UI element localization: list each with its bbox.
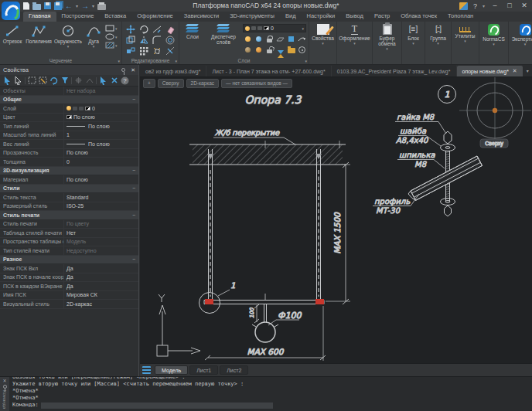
property-value[interactable]: По слою (63, 149, 138, 158)
property-value[interactable]: Да (63, 282, 138, 290)
property-row[interactable]: ПрозрачностьПо слою (0, 149, 138, 158)
property-row[interactable]: Знак ПСК в начале коор...Да (0, 273, 138, 283)
arc-dropdown-icon[interactable]: ▾ (93, 45, 95, 48)
property-value[interactable]: 0 (63, 158, 138, 166)
help-dropdown-icon[interactable]: ▾ (483, 2, 485, 10)
property-row[interactable]: МатериалПо слою (0, 175, 138, 185)
circle-dropdown-icon[interactable]: ▾ (67, 45, 70, 48)
group-expand-icon[interactable]: ▾ (305, 59, 307, 63)
property-value[interactable]: Standard (63, 193, 138, 202)
view-direction-button[interactable]: Сверху (158, 79, 184, 88)
property-value[interactable]: Недоступно (63, 246, 138, 255)
property-section-header[interactable]: Общие− (0, 96, 138, 105)
property-section-header[interactable]: Разное− (0, 256, 138, 265)
array-icon[interactable] (138, 46, 150, 56)
select-window-icon[interactable] (28, 76, 36, 85)
filter-icon[interactable] (60, 76, 69, 85)
document-tab[interactable]: опоры новые.dwg*✕ (457, 66, 523, 76)
sheet-list-icon[interactable] (142, 366, 151, 374)
layer-folder-icon[interactable] (286, 45, 296, 55)
normacs-group-button[interactable]: NormaCS ▾ (479, 22, 509, 64)
property-value[interactable]: Да (63, 264, 138, 273)
property-value[interactable]: 2D-каркас (63, 300, 138, 308)
property-row[interactable]: ПСК в каждом ВЭкранеДа (0, 282, 138, 291)
document-tab[interactable]: 0103.39.АС_President Plaza 7 этаж_ Lev.d… (332, 66, 457, 76)
drawing-viewport[interactable]: + Сверху 2D-каркас — нет связанных видов… (140, 77, 532, 363)
ribbon-tab[interactable]: Построение (56, 12, 100, 22)
group-group-button[interactable]: [::] Группа ▾ (425, 22, 452, 64)
clipboard-dropdown-icon[interactable]: ▾ (386, 47, 388, 50)
property-row[interactable]: ОбъектыНет набора (0, 87, 138, 96)
property-row[interactable]: Вес линийПо слою (0, 140, 138, 149)
explode-icon[interactable] (151, 46, 163, 56)
document-tab[interactable]: ов2 из пдф изм3.dwg* (140, 66, 206, 76)
undo-icon[interactable]: ← (65, 2, 73, 10)
collapse-section-icon[interactable]: − (132, 212, 135, 218)
redo-icon[interactable]: → (81, 2, 89, 10)
collapse-section-icon[interactable]: − (132, 256, 135, 262)
visual-style-button[interactable]: 2D-каркас (186, 79, 220, 88)
mirror-icon[interactable] (138, 35, 150, 45)
layer-visibility-icon[interactable] (297, 45, 307, 55)
stretch-icon[interactable] (124, 46, 137, 56)
property-section-header[interactable]: 3D-визуализация− (0, 167, 138, 176)
pick-point-icon[interactable] (74, 76, 83, 85)
properties-dropdown-icon[interactable]: ▾ (322, 42, 324, 45)
property-row[interactable]: Слой0 (0, 104, 138, 114)
group-dropdown-icon[interactable]: ▾ (437, 42, 439, 45)
trim-icon[interactable] (151, 24, 163, 34)
property-value[interactable]: Нет (63, 229, 138, 237)
layer-select-dropdown[interactable]: 0 ▾ (243, 24, 306, 32)
block-dropdown-icon[interactable]: ▾ (412, 42, 414, 45)
properties-group-button[interactable]: Свойства ▾ (309, 22, 337, 64)
clear-selection-icon[interactable] (110, 76, 118, 85)
align-icon[interactable] (164, 46, 176, 56)
ribbon-tab[interactable]: Оформление (131, 12, 179, 22)
property-row[interactable]: Масштаб типа линий1 (0, 131, 138, 141)
property-row[interactable]: Стиль текстаStandard (0, 193, 138, 202)
fillet-icon[interactable] (151, 35, 163, 45)
selection-cycle-icon[interactable] (49, 76, 58, 85)
utilities-group-button[interactable]: Утилиты ▾ (452, 22, 479, 64)
layer-match-icon[interactable] (297, 34, 307, 44)
block-group-button[interactable]: [≡] Блок ▾ (402, 22, 425, 64)
cursor-icon[interactable] (14, 76, 22, 85)
property-value[interactable]: По слою (63, 175, 138, 184)
layers-button[interactable]: Слои (179, 22, 206, 56)
property-row[interactable]: Знак ПСК ВклДа (0, 264, 138, 273)
utilities-dropdown-icon[interactable]: ▾ (464, 39, 466, 42)
copy-icon[interactable] (124, 35, 137, 45)
property-row[interactable]: Толщина0 (0, 158, 138, 167)
undo-dropdown-icon[interactable]: ▾ (76, 2, 78, 10)
command-history[interactable]: базовая точка или [Перемещение/Режим] <П… (9, 376, 532, 411)
property-value[interactable]: Да (63, 273, 138, 282)
ribbon-tab[interactable]: Зависимости (179, 12, 225, 22)
select-icon[interactable] (3, 76, 12, 85)
property-section-header[interactable]: Стиль печати− (0, 211, 138, 220)
pick-dim-icon[interactable] (85, 76, 94, 85)
layer-dropdown-icon[interactable]: ▾ (302, 27, 304, 30)
ribbon-tab[interactable]: Растр (369, 12, 395, 22)
ribbon-tab[interactable]: 3D-инструменты (224, 12, 280, 22)
ribbon-tab[interactable]: Вид (280, 12, 302, 22)
command-input-line[interactable]: Команда: (12, 402, 532, 409)
save-all-icon[interactable] (54, 2, 62, 10)
sheet-tab[interactable]: Лист1 (189, 365, 218, 375)
tool-ellipse[interactable]: ▾ (105, 33, 118, 40)
tool-line[interactable]: Отрезок (0, 22, 25, 56)
quick-select-icon[interactable] (39, 76, 47, 85)
group-expand-icon[interactable]: ▾ (175, 59, 177, 63)
apply-icon[interactable] (99, 76, 107, 85)
close-button[interactable]: ✕ (520, 1, 529, 11)
collapse-section-icon[interactable]: − (132, 168, 135, 173)
ribbon-tab[interactable]: Вставка (99, 12, 131, 22)
ribbon-tab[interactable]: Топоплан (442, 12, 479, 22)
property-value[interactable]: 0 (63, 104, 138, 113)
sheet-tab[interactable]: Лист2 (220, 365, 248, 375)
pin-command-icon[interactable] (3, 385, 7, 389)
layer-freeze-icon[interactable] (275, 45, 285, 55)
property-value[interactable]: Нет набора (63, 87, 138, 95)
layer-square-blue-icon[interactable] (286, 34, 296, 44)
add-view-button[interactable]: + (143, 79, 155, 88)
tool-hatch[interactable]: ▾ (105, 42, 118, 49)
